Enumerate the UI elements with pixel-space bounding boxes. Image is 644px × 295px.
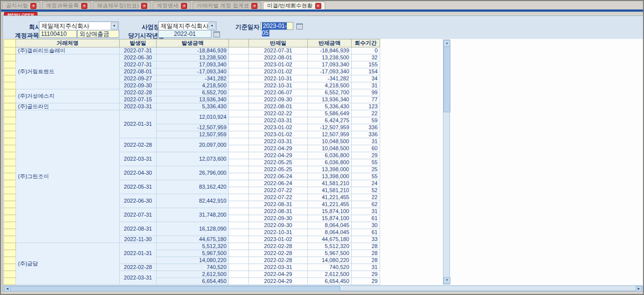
settle-date-cell[interactable]: 2022-04-29: [249, 145, 308, 152]
settle-amount-cell[interactable]: 740,520: [308, 264, 352, 271]
collection-days-cell[interactable]: 0: [352, 47, 380, 54]
settle-amount-cell[interactable]: 17,093,340: [308, 61, 352, 68]
row-selector[interactable]: [4, 117, 16, 124]
settle-date-cell[interactable]: 2022-06-24: [249, 180, 308, 187]
row-selector[interactable]: [4, 124, 16, 131]
occur-amount-cell[interactable]: 31,748,200: [157, 208, 229, 222]
occur-date-cell[interactable]: 2022-09-30: [120, 82, 157, 89]
occur-amount-cell[interactable]: 14,080,220: [157, 257, 229, 264]
tab[interactable]: 채권채무장(전표)×: [93, 1, 151, 9]
calendar-icon[interactable]: [214, 30, 220, 37]
occur-amount-cell[interactable]: -17,093,340: [157, 68, 229, 75]
collection-days-cell[interactable]: 60: [352, 145, 380, 152]
occur-amount-cell[interactable]: 17,093,340: [157, 61, 229, 68]
settle-date-cell[interactable]: 2022-05-25: [249, 159, 308, 166]
tab-active[interactable]: 미결/반제회수현황×: [263, 1, 325, 9]
row-selector[interactable]: [4, 215, 16, 222]
occur-date-cell[interactable]: 2022-08-31: [120, 222, 157, 236]
settle-date-cell[interactable]: 2022-07-22: [249, 194, 308, 201]
site-select[interactable]: 제일제지주식회사 ▼: [158, 21, 216, 30]
occur-amount-cell[interactable]: 13,238,500: [157, 54, 229, 61]
row-selector[interactable]: [4, 201, 16, 208]
row-selector[interactable]: [4, 208, 16, 215]
customer-cell[interactable]: (주)갤러리드슬레이: [16, 47, 120, 54]
tab-close-icon[interactable]: ×: [81, 3, 87, 9]
collection-days-cell[interactable]: 29: [352, 152, 380, 159]
collection-days-cell[interactable]: 336: [352, 124, 380, 131]
occur-amount-cell[interactable]: 4,218,500: [157, 82, 229, 89]
settle-amount-cell[interactable]: 5,586,649: [308, 110, 352, 117]
row-selector[interactable]: [4, 173, 16, 180]
settle-amount-cell[interactable]: 15,874,100: [308, 208, 352, 215]
occur-amount-cell[interactable]: 5,336,430: [157, 103, 229, 110]
occur-amount-cell[interactable]: 5,512,320: [157, 243, 229, 250]
collection-days-cell[interactable]: 31: [352, 138, 380, 145]
chevron-down-icon[interactable]: ▼: [209, 22, 215, 29]
row-selector[interactable]: [4, 243, 16, 250]
collection-days-cell[interactable]: 59: [352, 117, 380, 124]
row-selector[interactable]: [4, 264, 16, 271]
row-selector[interactable]: [4, 68, 16, 75]
settle-amount-cell[interactable]: 41,221,455: [308, 194, 352, 201]
settle-date-cell[interactable]: 2023-01-02: [249, 236, 308, 243]
occur-date-cell[interactable]: 2022-02-28: [120, 264, 157, 271]
horizontal-scrollbar[interactable]: ◀ ▶: [3, 286, 643, 291]
settle-date-cell[interactable]: 2022-02-28: [249, 257, 308, 264]
row-selector[interactable]: [4, 257, 16, 264]
occur-date-cell[interactable]: 2022-09-27: [120, 75, 157, 82]
company-select[interactable]: 제일제지주식회사 ▼: [39, 21, 119, 30]
collection-days-cell[interactable]: 33: [352, 236, 380, 243]
settle-date-cell[interactable]: 2022-07-22: [249, 187, 308, 194]
occur-amount-cell[interactable]: 20,097,000: [157, 138, 229, 152]
occur-amount-cell[interactable]: 12,073,600: [157, 152, 229, 166]
row-selector[interactable]: [4, 47, 16, 54]
vertical-scrollbar-thumb[interactable]: [443, 46, 450, 112]
tab-close-icon[interactable]: ×: [181, 3, 187, 9]
row-selector[interactable]: [4, 194, 16, 201]
occur-amount-cell[interactable]: 82,442,910: [157, 194, 229, 208]
collection-days-cell[interactable]: 29: [352, 278, 380, 285]
occur-date-cell[interactable]: 2022-04-30: [120, 166, 157, 180]
settle-amount-cell[interactable]: 44,675,180: [308, 236, 352, 243]
base-date-field[interactable]: 2023-01-05: [260, 22, 293, 30]
occur-date-cell[interactable]: 2022-05-31: [120, 180, 157, 194]
settle-amount-cell[interactable]: 41,221,455: [308, 201, 352, 208]
row-selector[interactable]: [4, 145, 16, 152]
settle-amount-cell[interactable]: 13,398,000: [308, 173, 352, 180]
occur-date-cell[interactable]: 2022-06-30: [120, 54, 157, 61]
collection-days-cell[interactable]: 31: [352, 208, 380, 215]
collection-days-cell[interactable]: 61: [352, 215, 380, 222]
settle-date-cell[interactable]: 2023-01-02: [249, 131, 308, 138]
row-selector[interactable]: [4, 54, 16, 61]
row-selector[interactable]: [4, 187, 16, 194]
row-selector[interactable]: [4, 166, 16, 173]
collection-days-cell[interactable]: 22: [352, 194, 380, 201]
occur-amount-cell[interactable]: 16,128,090: [157, 222, 229, 236]
settle-date-cell[interactable]: 2022-02-28: [249, 250, 308, 257]
settle-amount-cell[interactable]: 8,064,045: [308, 222, 352, 229]
collection-days-cell[interactable]: 55: [352, 173, 380, 180]
occur-date-cell[interactable]: 2022-03-31: [120, 152, 157, 166]
settle-amount-cell[interactable]: 6,552,700: [308, 89, 352, 96]
customer-cell[interactable]: (주)거림트렌드: [16, 54, 120, 89]
customer-cell[interactable]: (주)그린조이: [16, 110, 120, 243]
settle-date-cell[interactable]: 2022-09-30: [249, 222, 308, 229]
tab[interactable]: 거래처별 계정 집계표×: [193, 1, 261, 9]
settle-amount-cell[interactable]: 41,581,210: [308, 180, 352, 187]
settle-amount-cell[interactable]: 5,967,500: [308, 250, 352, 257]
period-field[interactable]: [158, 30, 212, 38]
settle-date-cell[interactable]: 2022-10-31: [249, 75, 308, 82]
settle-date-cell[interactable]: 2022-10-31: [249, 229, 308, 236]
row-selector[interactable]: [4, 96, 16, 103]
horizontal-scrollbar-thumb[interactable]: [10, 286, 340, 292]
customer-cell[interactable]: (주)골드라인: [16, 103, 120, 110]
tab-close-icon[interactable]: ×: [30, 3, 36, 9]
occur-amount-cell[interactable]: -12,507,959: [157, 124, 229, 131]
settle-date-cell[interactable]: 2023-01-02: [249, 61, 308, 68]
occur-date-cell[interactable]: 2022-03-31: [120, 103, 157, 110]
occur-date-cell[interactable]: 2022-03-31: [120, 271, 157, 285]
collection-days-cell[interactable]: 24: [352, 180, 380, 187]
scroll-right-icon[interactable]: ▶: [636, 286, 642, 292]
collection-days-cell[interactable]: 62: [352, 201, 380, 208]
row-selector[interactable]: [4, 250, 16, 257]
